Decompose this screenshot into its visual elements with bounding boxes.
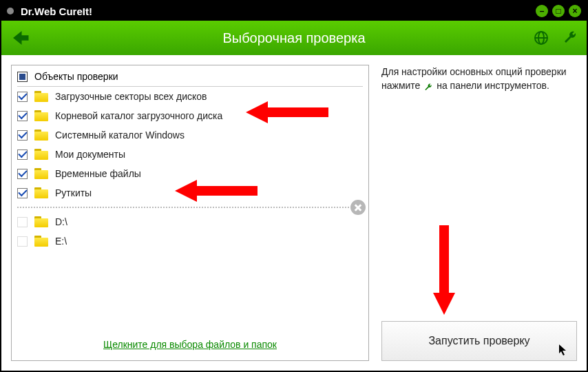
folder-icon xyxy=(34,187,48,198)
folder-icon xyxy=(34,110,48,121)
checkbox[interactable] xyxy=(17,111,28,121)
drive-item[interactable]: D:\ xyxy=(17,212,363,231)
wrench-icon[interactable] xyxy=(562,30,578,46)
info-part2: на панели инструментов. xyxy=(434,80,549,91)
back-button[interactable] xyxy=(10,28,30,48)
separator xyxy=(17,207,363,208)
cursor-icon xyxy=(558,344,568,356)
clear-icon[interactable] xyxy=(350,200,366,215)
minimize-button[interactable]: – xyxy=(536,5,548,17)
item-label: Загрузочные секторы всех дисков xyxy=(55,91,207,102)
globe-icon[interactable] xyxy=(533,30,549,46)
checkbox[interactable] xyxy=(17,236,28,247)
item-label: Руткиты xyxy=(55,187,92,198)
item-label: Мои документы xyxy=(55,149,125,160)
titlebar: Dr.Web CureIt! – □ × xyxy=(1,1,587,21)
list-item[interactable]: Корневой каталог загрузочного диска xyxy=(17,106,363,125)
item-label: Временные файлы xyxy=(55,168,141,179)
folder-icon xyxy=(34,216,48,227)
select-all-checkbox[interactable] xyxy=(17,72,28,82)
checkbox[interactable] xyxy=(17,217,28,227)
page-title: Выборочная проверка xyxy=(1,30,587,46)
list-header-label: Объекты проверки xyxy=(34,71,118,82)
item-label: Корневой каталог загрузочного диска xyxy=(55,110,222,121)
inline-wrench-icon xyxy=(423,82,434,92)
list-item[interactable]: Системный каталог Windows xyxy=(17,125,363,145)
list-header: Объекты проверки xyxy=(17,68,363,87)
item-label: D:\ xyxy=(55,216,67,227)
checkbox[interactable] xyxy=(17,188,28,198)
select-files-link[interactable]: Щелкните для выбора файлов и папок xyxy=(103,339,277,350)
item-label: E:\ xyxy=(55,236,67,247)
drive-item[interactable]: E:\ xyxy=(17,231,363,251)
window-title: Dr.Web CureIt! xyxy=(21,6,532,17)
item-label: Системный каталог Windows xyxy=(55,130,185,141)
folder-icon xyxy=(34,91,48,102)
objects-panel: Объекты проверки Загрузочные секторы все… xyxy=(11,65,369,361)
list-item[interactable]: Мои документы xyxy=(17,145,363,164)
list-item[interactable]: Руткиты xyxy=(17,183,363,203)
toolbar: Выборочная проверка xyxy=(1,21,587,55)
maximize-button[interactable]: □ xyxy=(552,5,565,17)
app-icon xyxy=(7,8,14,14)
checkbox[interactable] xyxy=(17,169,28,179)
info-text: Для настройки основных опций проверки на… xyxy=(381,65,577,93)
checkbox[interactable] xyxy=(17,92,28,102)
select-files-link-row: Щелкните для выбора файлов и папок xyxy=(17,329,363,355)
folder-icon xyxy=(34,130,48,141)
folder-icon xyxy=(34,168,48,179)
right-panel: Для настройки основных опций проверки на… xyxy=(381,65,577,361)
folder-icon xyxy=(34,236,48,247)
checkbox[interactable] xyxy=(17,149,28,160)
checkbox[interactable] xyxy=(17,130,28,141)
folder-icon xyxy=(34,149,48,160)
close-button[interactable]: × xyxy=(569,5,581,17)
start-button-label: Запустить проверку xyxy=(428,335,529,347)
list-item[interactable]: Временные файлы xyxy=(17,164,363,183)
start-scan-button[interactable]: Запустить проверку xyxy=(381,321,577,361)
list-item[interactable]: Загрузочные секторы всех дисков xyxy=(17,87,363,106)
